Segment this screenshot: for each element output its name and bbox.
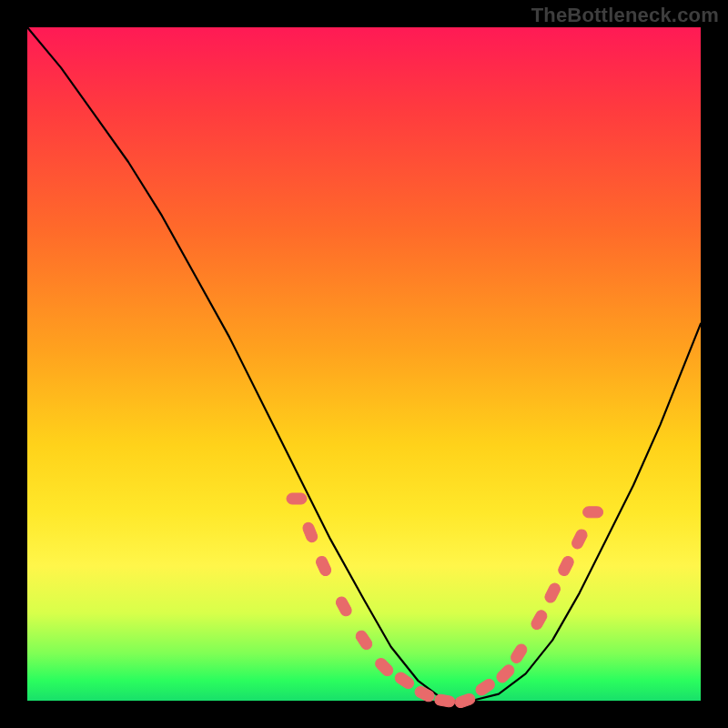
curve-marker [474, 677, 497, 697]
watermark-text: TheBottleneck.com [531, 4, 719, 27]
curve-marker [494, 662, 516, 684]
curve-markers [287, 493, 603, 709]
curve-marker [301, 521, 318, 544]
curve-marker [530, 609, 549, 632]
bottleneck-curve [27, 27, 701, 701]
curve-marker [354, 629, 374, 652]
curve-marker [543, 581, 562, 604]
curve-marker [315, 555, 333, 578]
curve-marker [557, 554, 576, 577]
curve-marker [287, 493, 307, 504]
curve-marker [334, 595, 353, 618]
plot-area [27, 27, 701, 701]
curve-path [27, 27, 701, 701]
curve-marker [373, 656, 395, 678]
curve-marker [509, 642, 529, 665]
chart-frame: TheBottleneck.com [0, 0, 728, 728]
curve-marker [571, 528, 590, 551]
curve-marker [583, 507, 603, 518]
curve-marker [413, 684, 436, 703]
curve-marker [434, 693, 456, 707]
curve-marker [454, 693, 477, 709]
